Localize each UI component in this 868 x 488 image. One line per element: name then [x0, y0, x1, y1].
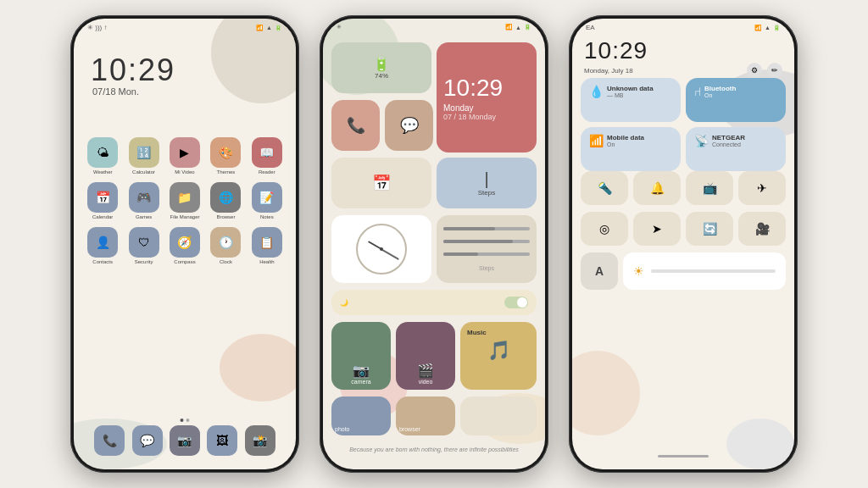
control-bottom-row: A ☀	[581, 252, 786, 290]
status-bar-2: ✳ 📶▲🔋	[323, 24, 545, 30]
compass-icon: 🧭	[170, 227, 200, 258]
widget-calendar[interactable]: 📅	[331, 158, 431, 208]
location-button[interactable]: ➤	[633, 212, 681, 246]
app-label: Clock	[220, 259, 232, 265]
mi-video-icon: ▶	[170, 137, 200, 168]
accessibility-button[interactable]: A	[581, 252, 618, 290]
ea-label: EA	[586, 24, 595, 31]
phone-1: ✳ ))) ↑ 📶 ▲ 🔋 10:29 07/18 Mon. 🌤 Weather	[70, 15, 299, 473]
page-indicator	[181, 419, 190, 422]
airplane-button[interactable]: ✈	[738, 171, 786, 205]
rotate-button[interactable]: 🔄	[686, 212, 733, 246]
app-calculator[interactable]: 🔢 Calculator	[126, 137, 160, 175]
widget-steps[interactable]: | Steps	[437, 158, 537, 208]
app-notes[interactable]: 📝 Notes	[250, 182, 284, 220]
app-security[interactable]: 🛡 Security	[126, 227, 160, 265]
bt-icon: ✳	[337, 24, 342, 30]
widget-row4: Steps	[331, 215, 537, 283]
flashlight-button[interactable]: 🔦	[581, 171, 628, 205]
widget-battery[interactable]: 🔋 74%	[331, 42, 431, 93]
wifi-icon: ▲	[266, 25, 272, 30]
bluetooth-label: Bluetooth	[704, 85, 736, 92]
wifi-tile[interactable]: 📡 NETGEAR Connected	[686, 127, 786, 171]
unknown-data-tile[interactable]: 💧 Unknown data — MB	[581, 78, 681, 122]
app-calendar[interactable]: 📅 Calendar	[86, 182, 120, 220]
app-reader[interactable]: 📖 Reader	[250, 137, 284, 175]
app-label: Weather	[93, 169, 113, 175]
phone-2: ✳ 📶▲🔋 🔋 74% 10:29 Monday	[320, 15, 548, 473]
widget-messages[interactable]: 💬	[385, 100, 433, 151]
app-weather[interactable]: 🌤 Weather	[86, 137, 120, 175]
bluetooth-tile[interactable]: ⑁ Bluetooth On	[686, 78, 786, 122]
video-button[interactable]: 🎥	[738, 212, 786, 246]
sun-icon: ☀	[633, 264, 644, 278]
dock: 📞 💬 📷 🖼 📸	[91, 425, 279, 456]
browser-icon: 🌐	[210, 182, 241, 213]
calendar-icon: 📅	[87, 182, 118, 213]
phone1-date: 07/18 Mon.	[92, 86, 139, 97]
settings-icon[interactable]: ⚙	[747, 63, 762, 78]
unknown-data-sub: — MB	[607, 92, 654, 98]
widget-toggle-row: 🌙	[331, 290, 537, 315]
wifi-label: NETGEAR	[712, 134, 745, 141]
brightness-track	[651, 269, 776, 273]
app-clock[interactable]: 🕐 Clock	[209, 227, 242, 265]
widget-video-app[interactable]: 🎬 video	[396, 322, 455, 390]
widget-browser2[interactable]: browser	[396, 396, 455, 435]
widget-row7: photo browser	[331, 396, 537, 435]
app-compass[interactable]: 🧭 Compass	[168, 227, 202, 265]
mobile-data-tile[interactable]: 📶 Mobile data On	[581, 127, 681, 171]
app-mi-video[interactable]: ▶ Mi Video	[168, 137, 202, 175]
dock-messages[interactable]: 💬	[132, 425, 163, 456]
app-label: Calendar	[92, 214, 113, 220]
widget-clock[interactable]	[331, 215, 431, 283]
widget-photo[interactable]: photo	[331, 396, 391, 435]
app-file-manager[interactable]: 📁 File Manager	[168, 182, 202, 220]
widget-second-row: 📞 💬	[331, 100, 433, 151]
app-label: Compass	[174, 259, 195, 265]
widget-phone[interactable]: 📞	[331, 100, 380, 151]
brightness-slider[interactable]: ☀	[623, 252, 786, 290]
app-browser[interactable]: 🌐 Browser	[209, 182, 242, 220]
dock-phone[interactable]: 📞	[94, 425, 125, 456]
health-icon: 📋	[252, 227, 282, 258]
app-label: Mi Video	[175, 169, 194, 175]
widget-camera-app[interactable]: 📷 camera	[331, 322, 391, 390]
app-label: Reader	[259, 169, 275, 175]
unknown-data-label: Unknown data	[607, 85, 654, 92]
control-grid: 💧 Unknown data — MB ⑁ Bluetooth	[581, 78, 786, 171]
dock-camera[interactable]: 📷	[170, 425, 200, 456]
control-icon-row-2: ◎ ➤ 🔄 🎥	[581, 212, 786, 246]
widget-toggle[interactable]: 🌙	[331, 290, 537, 315]
app-label: Calculator	[132, 169, 155, 175]
app-health[interactable]: 📋 Health	[250, 227, 284, 265]
widget-row6: 📷 camera 🎬 video Music 🎵	[331, 322, 537, 390]
app-label: Themes	[217, 169, 236, 175]
dock-gallery[interactable]: 🖼	[207, 425, 237, 456]
widget-time-display: 10:29	[443, 75, 530, 102]
widget-day-display: Monday	[443, 103, 530, 113]
widget-music[interactable]: Music 🎵	[460, 322, 537, 390]
app-themes[interactable]: 🎨 Themes	[209, 137, 242, 175]
mobile-data-label: Mobile data	[607, 134, 644, 141]
edit-icon[interactable]: ✏	[767, 63, 782, 78]
battery-pct: 74%	[375, 72, 388, 80]
control-icon-row-1: 🔦 🔔 📺 ✈	[581, 171, 786, 205]
bluetooth-sub: On	[704, 92, 736, 98]
reader-icon: 📖	[252, 137, 282, 168]
wifi-sub: Connected	[712, 141, 745, 147]
widget-empty	[460, 396, 537, 435]
cast-button[interactable]: 📺	[686, 171, 733, 205]
app-label: Security	[135, 259, 153, 265]
status-bar-1: ✳ ))) ↑ 📶 ▲ 🔋	[74, 24, 296, 31]
security-icon: 🛡	[129, 227, 159, 258]
brightness-button[interactable]: ◎	[581, 212, 628, 246]
phone3-time-area: 10:29	[584, 37, 648, 64]
app-grid: 🌤 Weather 🔢 Calculator ▶ Mi Video 🎨 Them…	[82, 137, 287, 266]
app-contacts[interactable]: 👤 Contacts	[86, 227, 120, 265]
widget-sliders[interactable]: Steps	[437, 215, 537, 283]
widget-time[interactable]: 10:29 Monday 07 / 18 Monday	[437, 42, 537, 152]
app-games[interactable]: 🎮 Games	[126, 182, 160, 220]
bell-button[interactable]: 🔔	[633, 171, 681, 205]
dock-extra[interactable]: 📸	[245, 425, 275, 456]
